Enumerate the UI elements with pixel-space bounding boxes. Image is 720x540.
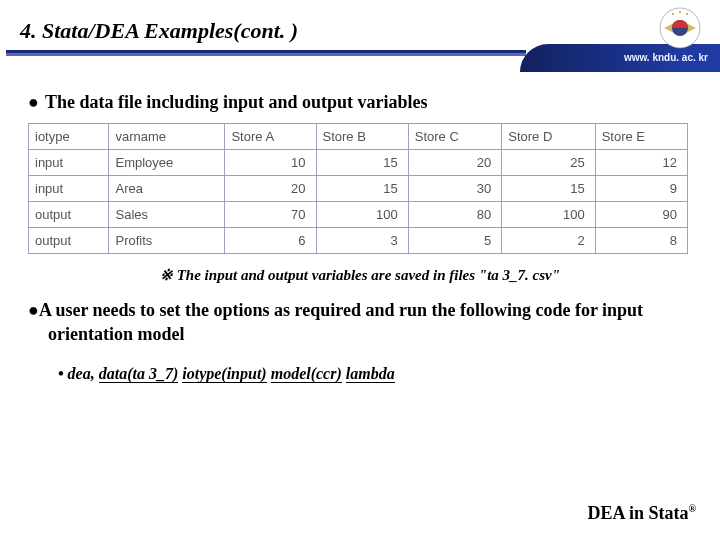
cell: 90 — [595, 202, 687, 228]
cell: 6 — [225, 228, 316, 254]
footer-text: DEA in Stata — [587, 503, 688, 523]
cell: Employee — [109, 150, 225, 176]
col-header: Store C — [408, 124, 501, 150]
data-table: iotype varname Store A Store B Store C S… — [28, 123, 688, 254]
cell: 15 — [316, 150, 408, 176]
bullet-dot-icon: ● — [28, 300, 39, 320]
footer: DEA in Stata® — [587, 503, 696, 524]
col-header: Store D — [502, 124, 595, 150]
code-part: iotype(input) — [182, 365, 266, 383]
cell: 25 — [502, 150, 595, 176]
cell: 12 — [595, 150, 687, 176]
cell: input — [29, 150, 109, 176]
cell: 100 — [502, 202, 595, 228]
cell: 20 — [408, 150, 501, 176]
cell: 2 — [502, 228, 595, 254]
cell: output — [29, 228, 109, 254]
note-text: ※ The input and output variables are sav… — [28, 266, 692, 284]
cell: input — [29, 176, 109, 202]
code-part: lambda — [346, 365, 395, 383]
cell: 15 — [502, 176, 595, 202]
content-area: ●The data file including input and outpu… — [28, 92, 692, 383]
emblem-icon — [658, 6, 702, 50]
slide-title: 4. Stata/DEA Examples(cont. ) — [20, 18, 298, 44]
cell: 70 — [225, 202, 316, 228]
cell: 15 — [316, 176, 408, 202]
cell: 9 — [595, 176, 687, 202]
code-prefix: • dea, — [58, 365, 99, 382]
cell: 5 — [408, 228, 501, 254]
table-row: input Employee 10 15 20 25 12 — [29, 150, 688, 176]
cell: 10 — [225, 150, 316, 176]
svg-point-2 — [679, 11, 681, 13]
cell: 8 — [595, 228, 687, 254]
cell: 20 — [225, 176, 316, 202]
cell: 100 — [316, 202, 408, 228]
cell: Sales — [109, 202, 225, 228]
header-url: www. kndu. ac. kr — [624, 52, 708, 63]
code-line: • dea, data(ta 3_7) iotype(input) model(… — [58, 365, 692, 383]
code-part: model(ccr) — [271, 365, 342, 383]
col-header: Store B — [316, 124, 408, 150]
table-row: output Sales 70 100 80 100 90 — [29, 202, 688, 228]
cell: 3 — [316, 228, 408, 254]
cell: 30 — [408, 176, 501, 202]
cell: Area — [109, 176, 225, 202]
cell: Profits — [109, 228, 225, 254]
svg-point-4 — [686, 13, 688, 15]
header: 4. Stata/DEA Examples(cont. ) www. kndu.… — [0, 0, 720, 58]
bullet-2: ●A user needs to set the options as requ… — [28, 298, 692, 347]
col-header: Store E — [595, 124, 687, 150]
col-header: varname — [109, 124, 225, 150]
svg-point-3 — [672, 13, 674, 15]
table-row: output Profits 6 3 5 2 8 — [29, 228, 688, 254]
bullet-1: ●The data file including input and outpu… — [28, 92, 692, 113]
cell: output — [29, 202, 109, 228]
code-part: data(ta 3_7) — [99, 365, 179, 383]
bullet-1-text: The data file including input and output… — [45, 92, 428, 112]
bullet-dot-icon: ● — [28, 92, 39, 112]
trademark-icon: ® — [689, 503, 696, 514]
title-underline — [6, 50, 526, 56]
col-header: iotype — [29, 124, 109, 150]
col-header: Store A — [225, 124, 316, 150]
cell: 80 — [408, 202, 501, 228]
table-header-row: iotype varname Store A Store B Store C S… — [29, 124, 688, 150]
bullet-2-text: A user needs to set the options as requi… — [39, 300, 643, 344]
table-row: input Area 20 15 30 15 9 — [29, 176, 688, 202]
